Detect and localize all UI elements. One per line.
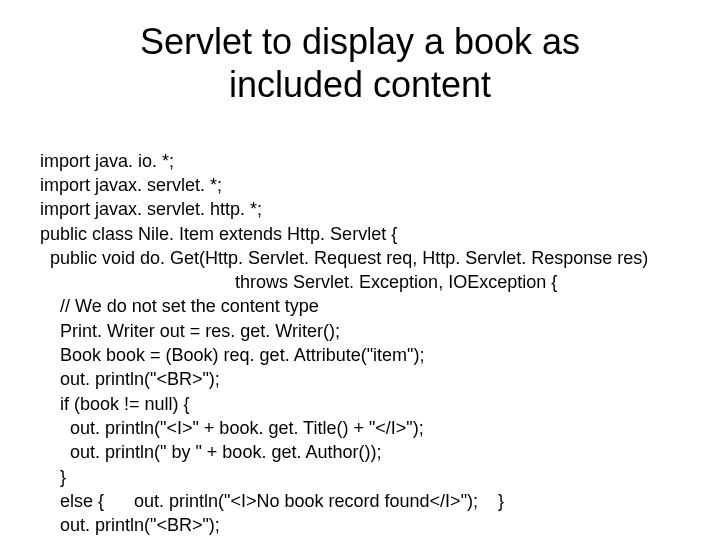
code-line: import java. io. *; [40,151,174,171]
code-line: out. println("<BR>"); [40,515,220,535]
code-line: Print. Writer out = res. get. Writer(); [40,321,340,341]
code-line: out. println(" by " + book. get. Author(… [40,442,381,462]
code-line: public class Nile. Item extends Http. Se… [40,224,397,244]
code-block: import java. io. *; import javax. servle… [40,124,680,540]
code-line: import javax. servlet. *; [40,175,222,195]
code-line: Book book = (Book) req. get. Attribute("… [40,345,424,365]
code-line: out. println("<BR>"); [40,369,220,389]
code-line: // We do not set the content type [40,296,319,316]
code-line: } [40,467,66,487]
code-line: else { out. println("<I>No book record f… [40,491,504,511]
code-line: throws Servlet. Exception, IOException { [40,272,557,292]
code-line: import javax. servlet. http. *; [40,199,262,219]
slide-title: Servlet to display a book as included co… [40,20,680,106]
code-line: public void do. Get(Http. Servlet. Reque… [40,248,648,268]
code-line: out. println("<I>" + book. get. Title() … [40,418,424,438]
code-line: if (book != null) { [40,394,190,414]
